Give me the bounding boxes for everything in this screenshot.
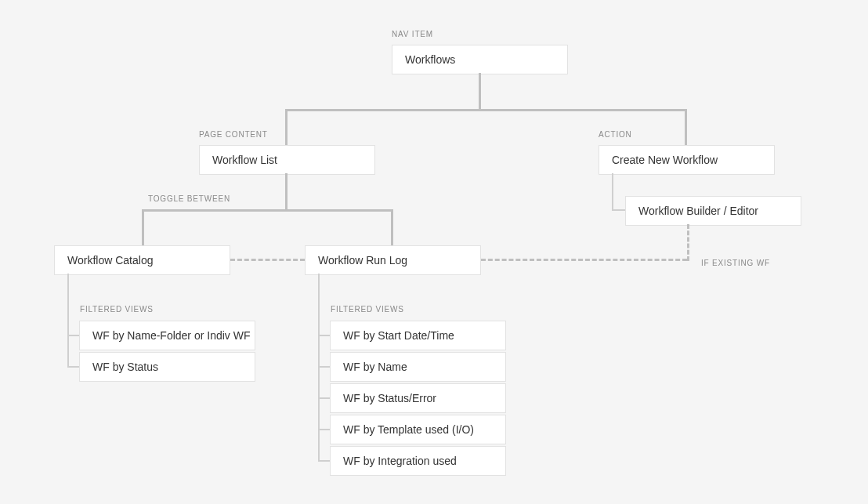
if-existing-wf-label: IF EXISTING WF bbox=[701, 259, 770, 267]
action-label: ACTION bbox=[599, 130, 632, 139]
node-workflow-run-log: Workflow Run Log bbox=[305, 245, 481, 275]
node-runlog-filter: WF by Integration used bbox=[330, 446, 506, 476]
node-runlog-filter: WF by Template used (I/O) bbox=[330, 415, 506, 444]
node-catalog-filter: WF by Status bbox=[79, 352, 255, 382]
node-runlog-filter: WF by Name bbox=[330, 352, 506, 382]
node-create-new-workflow: Create New Workflow bbox=[599, 145, 775, 175]
filtered-views-left-label: FILTERED VIEWS bbox=[80, 305, 154, 314]
filtered-views-right-label: FILTERED VIEWS bbox=[331, 305, 404, 314]
node-workflow-builder-editor: Workflow Builder / Editor bbox=[625, 196, 801, 226]
node-runlog-filter: WF by Status/Error bbox=[330, 383, 506, 413]
node-runlog-filter: WF by Start Date/Time bbox=[330, 321, 506, 350]
node-catalog-filter: WF by Name-Folder or Indiv WF bbox=[79, 321, 255, 350]
nav-item-label: NAV ITEM bbox=[392, 30, 433, 38]
toggle-between-label: TOGGLE BETWEEN bbox=[148, 194, 230, 203]
node-workflows: Workflows bbox=[392, 45, 568, 74]
node-workflow-catalog: Workflow Catalog bbox=[54, 245, 230, 275]
node-workflow-list: Workflow List bbox=[199, 145, 375, 175]
page-content-label: PAGE CONTENT bbox=[199, 130, 268, 139]
